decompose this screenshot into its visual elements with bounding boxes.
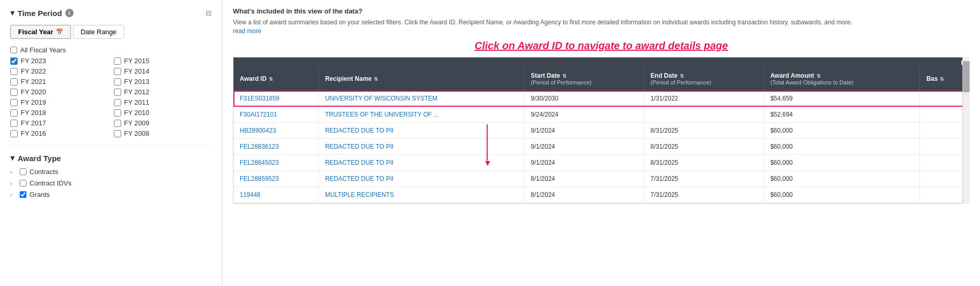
- award-id-link[interactable]: HB28900423: [240, 127, 276, 134]
- fiscal-year-checkbox[interactable]: [10, 68, 18, 75]
- fiscal-year-label: FY 2020: [21, 88, 46, 96]
- info-heading: What's included in this view of the data…: [233, 7, 970, 15]
- column-subtitle: (Period of Performance): [531, 79, 637, 85]
- scroll-indicator[interactable]: [962, 57, 970, 204]
- table-container: ▶ Award ID⇅Recipient Name⇅Start Date⇅(Pe…: [233, 57, 970, 204]
- callout-banner: Click on Award ID to navigate to award d…: [233, 40, 970, 52]
- info-box: What's included in this view of the data…: [233, 7, 970, 35]
- table-cell: 9/24/2024: [524, 107, 644, 123]
- fiscal-year-checkbox[interactable]: [10, 89, 18, 96]
- table-column-header[interactable]: Recipient Name⇅: [318, 67, 524, 91]
- expand-arrow-icon[interactable]: ›: [10, 169, 17, 175]
- table-cell: FEL28836123: [233, 139, 318, 155]
- award-type-checkbox[interactable]: [20, 180, 26, 187]
- recipient-name-link[interactable]: UNIVERSITY OF WISCONSIN SYSTEM: [325, 95, 437, 102]
- start-date: 9/30/2030: [531, 95, 558, 102]
- fiscal-year-checkbox[interactable]: [114, 68, 121, 75]
- start-date: 9/1/2024: [531, 127, 555, 134]
- table-column-header[interactable]: Start Date⇅(Period of Performance): [524, 67, 644, 91]
- award-type-checkbox[interactable]: [20, 168, 26, 175]
- award-id-link[interactable]: 119448: [240, 191, 260, 198]
- award-amount: $60,000: [770, 143, 793, 150]
- table-cell: $60,000: [764, 139, 920, 155]
- fiscal-year-checkbox[interactable]: [114, 120, 121, 127]
- table-column-header[interactable]: Bas⇅: [920, 67, 969, 91]
- award-id-link[interactable]: F31ES031859: [240, 95, 280, 102]
- fiscal-year-checkbox[interactable]: [114, 130, 121, 137]
- award-type-item: › Contract IDVs: [10, 179, 212, 187]
- fiscal-year-label: FY 2019: [21, 98, 46, 106]
- award-id-link[interactable]: FEL28845023: [240, 159, 279, 166]
- table-column-header[interactable]: Award Amount⇅(Total Award Obligations to…: [764, 67, 920, 91]
- fiscal-year-checkbox[interactable]: [10, 109, 18, 117]
- chevron-down-icon[interactable]: ▾: [10, 8, 14, 18]
- date-range-tab[interactable]: Date Range: [73, 25, 124, 39]
- table-row: FEL28836123REDACTED DUE TO PII9/1/20248/…: [233, 139, 969, 155]
- table-cell: 8/31/2025: [644, 155, 764, 171]
- fiscal-year-checkbox[interactable]: [10, 78, 18, 85]
- all-fiscal-years-checkbox[interactable]: [10, 47, 17, 53]
- fiscal-year-row: FY 2020: [10, 88, 109, 96]
- fiscal-year-checkbox[interactable]: [114, 89, 121, 96]
- fiscal-year-label: FY 2010: [124, 109, 150, 117]
- fiscal-year-checkbox[interactable]: [114, 78, 121, 85]
- award-id-link[interactable]: F30AI172101: [240, 111, 277, 118]
- table-scroll[interactable]: Award ID⇅Recipient Name⇅Start Date⇅(Peri…: [233, 67, 969, 203]
- award-type-checkbox[interactable]: [20, 191, 26, 198]
- fiscal-year-row: FY 2011: [114, 98, 212, 106]
- fiscal-year-row: FY 2019: [10, 98, 109, 106]
- table-row: F31ES031859UNIVERSITY OF WISCONSIN SYSTE…: [233, 91, 969, 107]
- expand-arrow-icon[interactable]: ›: [10, 192, 17, 198]
- callout-text: Click on Award ID to navigate to award d…: [475, 40, 728, 51]
- end-date: 8/31/2025: [651, 159, 678, 166]
- table-cell: 7/31/2025: [644, 187, 764, 203]
- table-cell: REDACTED DUE TO PII: [318, 171, 524, 187]
- fiscal-year-row: FY 2021: [10, 78, 109, 85]
- end-date: 8/31/2025: [651, 143, 678, 150]
- fiscal-year-row: FY 2008: [114, 130, 212, 137]
- date-range-tab-label: Date Range: [81, 28, 116, 36]
- info-icon[interactable]: i: [65, 9, 74, 17]
- table-wrapper: ▶ Award ID⇅Recipient Name⇅Start Date⇅(Pe…: [233, 57, 970, 204]
- fiscal-year-label: FY 2021: [21, 78, 46, 85]
- time-period-tabs: Fiscal Year 📅 Date Range: [10, 25, 212, 39]
- table-column-header[interactable]: Award ID⇅: [233, 67, 318, 91]
- fiscal-year-checkbox[interactable]: [10, 58, 18, 65]
- table-cell: $52,694: [764, 107, 920, 123]
- award-type-section: ▾ Award Type › Contracts › Contract IDVs…: [10, 146, 212, 198]
- fiscal-year-row: FY 2016: [10, 130, 109, 137]
- read-more-link[interactable]: read more: [233, 27, 261, 35]
- table-cell: REDACTED DUE TO PII: [318, 155, 524, 171]
- table-cell: 9/30/2030: [524, 91, 644, 107]
- table-cell: FEL28859523: [233, 171, 318, 187]
- table-scroll-arrow[interactable]: ▶: [233, 58, 969, 67]
- recipient-name-link[interactable]: TRUSTEES OF THE UNIVERSITY OF ...: [325, 111, 439, 118]
- fiscal-year-tab[interactable]: Fiscal Year 📅: [10, 25, 71, 39]
- fiscal-year-row: FY 2015: [114, 57, 212, 65]
- recipient-name-link[interactable]: MULTIPLE RECIPIENTS: [325, 191, 394, 198]
- fiscal-year-checkbox[interactable]: [114, 99, 121, 106]
- column-subtitle: (Total Award Obligations to Date): [770, 79, 914, 85]
- collapse-icon[interactable]: ⊟: [206, 9, 212, 17]
- table-cell: [920, 155, 969, 171]
- award-id-link[interactable]: FEL28836123: [240, 143, 279, 150]
- fiscal-year-row: FY 2012: [114, 88, 212, 96]
- fiscal-year-checkbox[interactable]: [10, 120, 18, 127]
- fiscal-year-row: FY 2018: [10, 109, 109, 117]
- pointer-arrow: ▼: [484, 159, 492, 168]
- award-type-item-label: Grants: [30, 191, 50, 198]
- fiscal-year-row: FY 2010: [114, 109, 212, 117]
- fiscal-year-row: FY 2017: [10, 119, 109, 127]
- fiscal-year-tab-label: Fiscal Year: [18, 28, 53, 36]
- fiscal-year-checkbox[interactable]: [10, 99, 18, 106]
- chevron-down-icon-2[interactable]: ▾: [10, 153, 14, 163]
- award-id-link[interactable]: FEL28859523: [240, 175, 279, 182]
- fiscal-year-label: FY 2014: [124, 67, 150, 75]
- table-column-header[interactable]: End Date⇅(Period of Performance): [644, 67, 764, 91]
- fiscal-year-checkbox[interactable]: [114, 58, 121, 65]
- expand-arrow-icon[interactable]: ›: [10, 180, 17, 187]
- end-date: 7/31/2025: [651, 191, 678, 198]
- fiscal-year-checkbox[interactable]: [10, 130, 18, 137]
- fiscal-year-checkbox[interactable]: [114, 109, 121, 117]
- scroll-thumb[interactable]: [963, 61, 970, 92]
